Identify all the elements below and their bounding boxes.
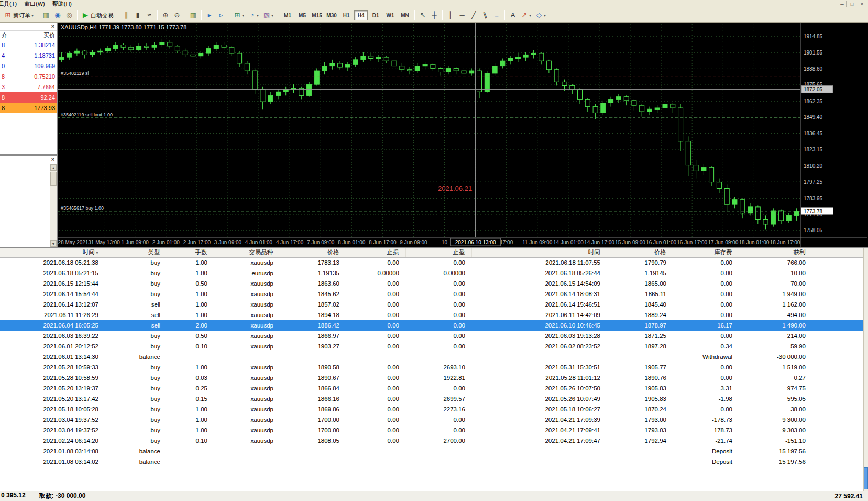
shapes-icon[interactable]: ◇▾ [533,9,548,21]
toolbar-separator [278,10,278,20]
history-row[interactable]: 2021.06.18 05:21:38buy1.00xauusdp1783.13… [0,257,868,268]
periods-icon[interactable]: ◔▾ [246,9,261,21]
zoom-out-icon[interactable]: ⊖ [171,9,183,21]
history-row[interactable]: 2021.06.11 11:26:29sell1.00xauusdp1894.1… [0,310,868,320]
history-row[interactable]: 2021.06.04 16:05:25sell2.00xauusdp1886.4… [0,320,868,331]
history-row[interactable]: 2021.03.04 19:37:52buy1.00xauusdp1700.00… [0,425,868,435]
auto-scroll-icon[interactable]: ▸ [204,9,215,21]
column-header-5[interactable]: 止损 [346,248,405,257]
terminal-scrollbar[interactable] [863,248,868,491]
navigator-scrollbar[interactable]: ▲ ▼ [50,164,57,247]
history-row[interactable]: 2021.06.01 13:14:30balanceWithdrawal-30 … [0,352,868,362]
column-header-0[interactable]: 时间▾ [0,248,105,257]
history-row[interactable]: 2021.05.28 10:58:59buy0.03xauusdp1890.67… [0,373,868,383]
toolbar-separator [504,10,505,20]
timeframe-w1-button[interactable]: W1 [383,10,397,20]
timeframe-h1-button[interactable]: H1 [339,10,353,20]
column-header-6[interactable]: 止盈 [405,248,471,257]
history-row[interactable]: 2021.06.14 13:12:07sell1.00xauusdp1857.0… [0,299,868,310]
chart-shift-icon[interactable]: ▹ [215,9,227,21]
close-icon[interactable]: × [49,24,57,30]
market-watch-row[interactable]: 81.38214 [0,40,57,50]
history-row[interactable]: 2021.05.20 13:19:37buy0.25xauusdp1866.84… [0,383,868,394]
column-header-7[interactable]: 时间 [471,248,607,257]
vertical-line-icon[interactable]: │ [445,9,456,21]
close-button[interactable]: × [858,1,866,7]
column-header-9[interactable]: 库存费 [673,248,739,257]
status-withdrawal: 取款: -30 000.00 [39,492,86,500]
timeframe-m1-button[interactable]: M1 [281,10,294,20]
market-watch-header-ask[interactable]: 买价 [10,31,57,40]
text-icon[interactable]: A [507,9,519,21]
timeframe-m15-button[interactable]: M15 [310,10,324,20]
history-row[interactable]: 2021.01.08 03:14:02balanceDeposit15 197.… [0,456,868,467]
restore-button[interactable]: □ [848,1,856,7]
zoom-in-icon[interactable]: ⊕ [160,9,171,21]
column-header-1[interactable]: 类型 [105,248,167,257]
candlestick-chart-icon[interactable]: ▮ [132,9,144,21]
close-icon[interactable]: × [49,157,57,163]
history-row[interactable]: 2021.06.14 15:54:44buy1.00xauusdp1845.62… [0,289,868,299]
history-row[interactable]: 2021.01.08 03:14:08balanceDeposit15 197.… [0,446,868,456]
menu-window[interactable]: 窗口(W) [20,0,49,8]
history-row[interactable]: 2021.03.04 19:37:52buy1.00xauusdp1700.00… [0,415,868,425]
fibonacci-icon[interactable]: ≡ [491,9,502,21]
menu-help[interactable]: 帮助(H) [49,0,75,8]
new-order-button[interactable]: ⊞新订单▾ [2,9,36,21]
market-watch-row[interactable]: 41.18731 [0,50,57,61]
market-watch-row[interactable]: 0109.969 [0,61,57,71]
minimize-button[interactable]: ─ [838,1,847,7]
column-header-10[interactable]: 获利 [739,248,812,257]
timeframe-mn-button[interactable]: MN [398,10,412,20]
crosshair-icon[interactable]: ┼ [428,9,440,21]
scrollbar-thumb[interactable] [50,172,57,186]
market-watch-row[interactable]: 81773.93 [0,103,57,113]
history-row[interactable]: 2021.02.24 06:14:20buy0.10xauusdp1808.05… [0,435,868,446]
timeframe-m5-button[interactable]: M5 [295,10,309,20]
market-watch-header-symbol[interactable]: 介 [0,31,10,40]
cursor-icon[interactable]: ↖ [417,9,428,21]
toolbar-separator [157,10,158,20]
timeframe-h4-button[interactable]: H4 [354,10,368,20]
market-watch-row[interactable]: 80.75210 [0,71,57,82]
channel-icon[interactable]: ∥ [479,9,491,21]
templates-icon[interactable]: ▧▾ [261,9,276,21]
scrollbar-thumb[interactable] [864,467,868,489]
chart-annotation-date[interactable]: 2021.06.21 [438,184,472,192]
candlestick-chart[interactable]: 1914.851901.551888.601875.651862.351849.… [58,23,867,247]
history-row[interactable]: 2021.06.03 16:39:22buy0.50xauusdp1866.97… [0,331,868,341]
market-watch-row[interactable]: 892.24 [0,92,57,103]
history-row[interactable]: 2021.05.20 13:17:42buy0.15xauusdp1866.16… [0,394,868,404]
scroll-down-icon[interactable]: ▼ [50,240,57,247]
tile-windows-icon[interactable]: ▥ [188,9,199,21]
chart-window-icon[interactable]: ▦ [40,9,52,21]
new-chart-icon[interactable]: ⊞▾ [232,9,246,21]
arrows-icon[interactable]: ↗▾ [519,9,533,21]
trendline-icon[interactable]: ╱ [468,9,479,21]
chart-area[interactable]: 1914.851901.551888.601875.651862.351849.… [58,23,868,247]
horizontal-line-icon[interactable]: ─ [456,9,468,21]
autotrading-button[interactable]: ▶自动交易 [80,9,116,21]
column-header-3[interactable]: 交易品种 [214,248,280,257]
history-row[interactable]: 2021.06.01 20:12:52buy0.10xauusdp1903.27… [0,341,868,352]
autotrading-icon: ▶ [82,10,89,20]
history-row[interactable]: 2021.06.15 12:15:44buy0.50xauusdp1863.60… [0,278,868,289]
data-window-icon[interactable]: ◉ [52,9,63,21]
column-header-2[interactable]: 手数 [167,248,214,257]
navigator-icon[interactable]: ◎ [63,9,75,21]
chart-background [58,23,867,247]
market-watch-row[interactable]: 37.7664 [0,82,57,92]
timeframe-m30-button[interactable]: M30 [325,10,338,20]
history-row[interactable]: 2021.06.18 05:21:15buy1.00eurusdp1.19135… [0,268,868,278]
scroll-up-icon[interactable]: ▲ [50,164,57,171]
timeframe-d1-button[interactable]: D1 [369,10,382,20]
column-header-4[interactable]: 价格 [280,248,346,257]
navigator-panel: × ▲ ▼ [0,156,57,247]
history-row[interactable]: 2021.05.28 10:59:33buy1.00xauusdp1890.58… [0,362,868,373]
column-header-8[interactable]: 价格 [607,248,673,257]
line-chart-icon[interactable]: ≈ [144,9,155,21]
menu-tools[interactable]: 工具(T) [0,0,20,8]
bar-chart-icon[interactable]: ∥ [120,9,132,21]
history-row[interactable]: 2021.05.18 10:05:28buy1.00xauusdp1869.86… [0,404,868,415]
market-watch-titlebar: × [0,23,57,31]
